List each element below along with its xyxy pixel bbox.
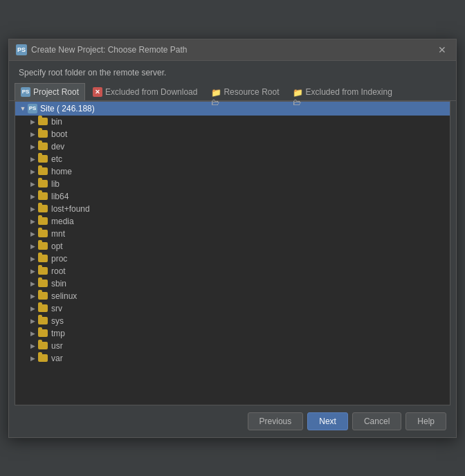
tree-item[interactable]: ▶ usr [15,340,450,352]
title-bar-left: PS Create New Project: Choose Remote Pat… [16,44,187,55]
folder-icon [37,304,48,313]
tree-item[interactable]: ▶ root [15,265,450,277]
item-label: media [51,217,74,226]
subtitle: Specify root folder on the remote server… [9,61,456,83]
folder-icon [37,254,48,263]
x-icon: ✕ [93,87,102,97]
item-arrow: ▶ [28,154,37,164]
tree-item[interactable]: ▶ lib [15,178,450,190]
folder-icon [37,117,48,126]
folder-icon [37,354,48,363]
item-label: lib64 [51,192,69,201]
item-arrow: ▶ [28,167,37,176]
tabs-bar: PS Project Root ✕ Excluded from Download… [9,83,456,101]
item-label: var [51,354,63,363]
item-label: proc [51,254,67,264]
item-label: tmp [51,329,65,338]
item-label: bin [51,117,62,127]
next-button[interactable]: Next [307,412,348,430]
tree-item[interactable]: ▶ tmp [15,327,450,340]
close-button[interactable]: ✕ [435,44,449,56]
item-label: home [51,167,72,176]
item-arrow: ▶ [28,229,37,239]
item-arrow: ▶ [28,142,37,152]
tab-excluded-download-label: Excluded from Download [105,87,197,97]
item-arrow: ▶ [28,291,37,301]
previous-button[interactable]: Previous [248,412,304,430]
dialog-icon: PS [16,44,27,55]
folder-icon [37,279,48,288]
folder-icon [37,291,48,300]
folder-icon-resource: 🗁 [211,88,221,96]
tree-item[interactable]: ▶ sys [15,315,450,327]
item-arrow: ▶ [28,129,37,139]
tree-item[interactable]: ▶ var [15,352,450,365]
item-arrow: ▶ [28,217,37,226]
tree-item[interactable]: ▶ srv [15,302,450,315]
tree-item[interactable]: ▶ boot [15,128,450,140]
folder-icon [37,241,48,250]
folder-icon-indexing: 🗁 [293,88,302,96]
folder-icon [37,229,48,238]
item-arrow: ▶ [28,254,37,264]
tree-root-row[interactable]: ▼ PS Site ( 246.188) [15,102,450,116]
tree-item[interactable]: ▶ bin [15,116,450,128]
tree-item[interactable]: ▶ home [15,165,450,178]
folder-icon [37,142,48,151]
cancel-button[interactable]: Cancel [352,412,401,430]
item-label: boot [51,129,67,139]
folder-icon [37,154,48,163]
item-label: etc [51,154,62,164]
item-label: mnt [51,229,65,239]
tab-resource-root[interactable]: 🗁 Resource Root [205,83,285,100]
item-label: lost+found [51,204,90,214]
item-arrow: ▶ [28,204,37,214]
root-arrow: ▼ [18,104,28,113]
tree-area[interactable]: ▼ PS Site ( 246.188) ▶ bin ▶ boot ▶ dev [15,101,450,405]
tree-item[interactable]: ▶ sbin [15,277,450,290]
folder-icon [37,316,48,325]
folder-icon [37,217,48,226]
help-button[interactable]: Help [405,412,446,430]
item-label: sys [51,316,64,326]
item-arrow: ▶ [28,192,37,201]
tree-items-container: ▶ bin ▶ boot ▶ dev ▶ etc ▶ [15,116,450,365]
item-arrow: ▶ [28,266,37,276]
title-bar: PS Create New Project: Choose Remote Pat… [9,39,456,61]
item-arrow: ▶ [28,279,37,289]
item-arrow: ▶ [28,354,37,363]
item-arrow: ▶ [28,341,37,351]
item-label: opt [51,241,63,251]
item-label: root [51,266,66,276]
tree-item[interactable]: ▶ selinux [15,290,450,302]
folder-icon [37,329,48,338]
tab-excluded-download[interactable]: ✕ Excluded from Download [86,83,203,100]
item-label: lib [51,179,60,189]
ps-icon: PS [21,87,30,97]
tree-item[interactable]: ▶ proc [15,253,450,265]
tab-resource-root-label: Resource Root [224,87,279,97]
tree-item[interactable]: ▶ lib64 [15,190,450,203]
tree-item[interactable]: ▶ dev [15,140,450,153]
tab-project-root-label: Project Root [33,87,79,97]
item-label: srv [51,304,62,313]
folder-icon [37,266,48,275]
tab-project-root[interactable]: PS Project Root [15,83,85,100]
tree-item[interactable]: ▶ etc [15,153,450,165]
item-label: selinux [51,291,77,301]
tree-item[interactable]: ▶ media [15,215,450,228]
item-arrow: ▶ [28,117,37,127]
folder-icon [37,341,48,350]
item-label: dev [51,142,64,152]
tree-item[interactable]: ▶ lost+found [15,203,450,215]
folder-icon [37,129,48,138]
tree-item[interactable]: ▶ opt [15,240,450,253]
root-ps-icon: PS [28,104,37,113]
footer: Previous Next Cancel Help [9,405,456,437]
tab-excluded-indexing[interactable]: 🗁 Excluded from Indexing [286,83,398,100]
item-arrow: ▶ [28,304,37,313]
root-label: Site ( 246.188) [40,104,95,113]
tree-item[interactable]: ▶ mnt [15,228,450,240]
item-label: usr [51,341,63,351]
folder-icon [37,204,48,213]
